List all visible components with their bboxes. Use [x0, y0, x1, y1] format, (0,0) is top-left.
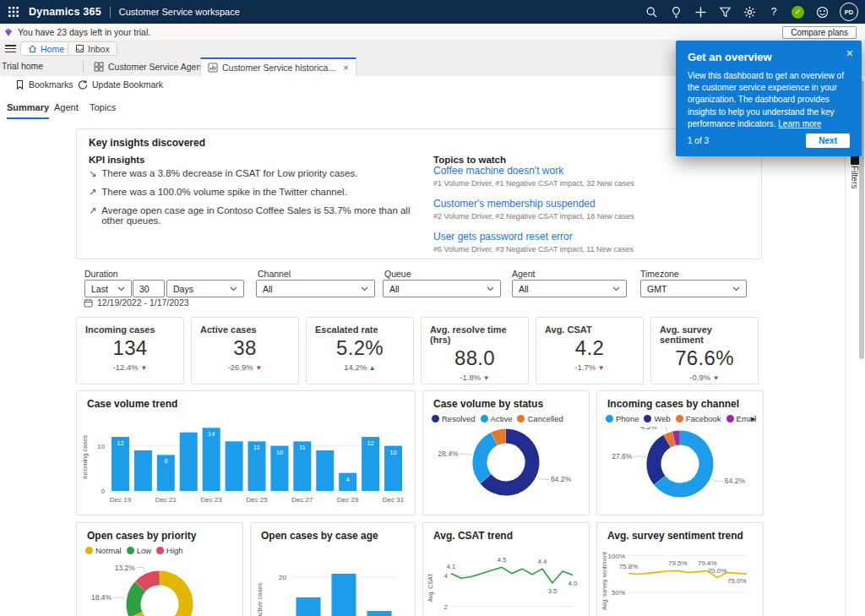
- legend-item-high[interactable]: High: [156, 546, 183, 555]
- legend-label: Normal: [95, 546, 122, 555]
- avg-survey-sentiment-trend-chart[interactable]: 50%100%Avg. survey sentiment75.8%79.5%79…: [600, 545, 760, 616]
- svg-text:100%: 100%: [608, 553, 625, 560]
- settings-gear-icon[interactable]: [743, 5, 756, 19]
- kpi-delta-value: -26.9%: [228, 363, 256, 372]
- topic-link[interactable]: Coffee machine doesn't work: [433, 165, 746, 177]
- presence-check-icon[interactable]: ✓: [792, 6, 804, 19]
- legend-item-phone[interactable]: Phone: [606, 414, 639, 423]
- legend-label: Phone: [616, 414, 639, 423]
- kpi-delta: -1.7% ▼: [536, 363, 643, 372]
- trial-message: You have 23 days left in your trial.: [18, 27, 150, 37]
- tab-historical-analytics[interactable]: Customer Service historica... ×: [200, 57, 356, 76]
- topics-to-watch-title: Topics to watch: [433, 155, 506, 165]
- bookmarks-button[interactable]: Bookmarks: [15, 79, 73, 90]
- chart-title: Incoming cases by channel: [607, 398, 739, 410]
- svg-text:Dec 27: Dec 27: [291, 496, 313, 504]
- tab-inbox[interactable]: Inbox: [68, 41, 117, 56]
- filters-pane-toggle[interactable]: Filters: [846, 166, 859, 188]
- date-range-value: 12/19/2022 - 1/17/2023: [97, 297, 189, 308]
- legend-item-facebook[interactable]: Facebook: [676, 414, 721, 423]
- dashboard-grid-icon: [94, 62, 104, 72]
- timezone-dropdown[interactable]: GMT: [640, 280, 747, 297]
- kpi-label: Active cases: [200, 324, 298, 335]
- add-icon[interactable]: [694, 5, 707, 19]
- channel-label: Channel: [258, 269, 291, 279]
- topic-link[interactable]: User gets password reset error: [433, 231, 746, 243]
- waffle-icon[interactable]: [7, 5, 20, 19]
- duration-last-dropdown[interactable]: Last: [84, 280, 132, 297]
- legend-dot: [676, 415, 683, 422]
- chart-card-case-volume-trend: Case volume trend 010Incoming cases12Dec…: [76, 390, 416, 515]
- case-volume-trend-chart[interactable]: 010Incoming cases12Dec 198Dec 2114Dec 23…: [79, 413, 413, 513]
- legend-item-low[interactable]: Low: [127, 546, 151, 555]
- svg-text:Dec 29: Dec 29: [337, 496, 359, 504]
- legend-dot: [481, 415, 488, 422]
- insight-up-icon: ↗: [89, 205, 96, 216]
- legend-item-active[interactable]: Active: [481, 414, 513, 423]
- learn-more-link[interactable]: Learn more: [778, 119, 821, 128]
- compare-plans-button[interactable]: Compare plans: [782, 26, 857, 39]
- incoming-cases-by-channel-donut[interactable]: 64.2%27.6%4.5%: [597, 427, 763, 513]
- filter-funnel-icon[interactable]: [718, 5, 732, 19]
- legend-item-normal[interactable]: Normal: [85, 546, 122, 555]
- duration-unit-dropdown[interactable]: Days: [166, 280, 244, 297]
- svg-text:18.4%: 18.4%: [91, 593, 112, 602]
- legend-dot: [432, 415, 439, 422]
- popup-next-button[interactable]: Next: [806, 134, 850, 148]
- open-cases-by-case-age-chart[interactable]: 20Active cases: [253, 545, 412, 616]
- kpi-delta: -12.4% ▼: [77, 363, 183, 372]
- svg-text:11: 11: [299, 444, 306, 451]
- topic-link[interactable]: Customer's membership suspended: [433, 198, 746, 210]
- close-tab-icon[interactable]: ×: [343, 63, 348, 73]
- update-bookmark-button[interactable]: Update Bookmark: [78, 79, 163, 90]
- chevron-down-icon: [361, 286, 368, 292]
- svg-text:Dec 23: Dec 23: [200, 496, 222, 504]
- kpi-card-avg-survey-sentiment: Avg. survey sentiment76.6%-0.9% ▼: [650, 317, 759, 384]
- queue-dropdown[interactable]: All: [383, 280, 501, 297]
- date-range-display[interactable]: 12/19/2022 - 1/17/2023: [84, 297, 189, 308]
- svg-text:28.4%: 28.4%: [438, 450, 459, 458]
- svg-text:Dec 25: Dec 25: [246, 496, 268, 504]
- kpi-insights-title: KPI insights: [89, 155, 144, 165]
- legend-item-cancelled[interactable]: Cancelled: [517, 414, 563, 423]
- legend-item-resolved[interactable]: Resolved: [432, 414, 476, 423]
- channel-dropdown[interactable]: All: [256, 280, 375, 297]
- svg-text:4.0: 4.0: [568, 580, 578, 587]
- chevron-down-icon: [732, 286, 740, 292]
- chart-card-incoming-cases-by-channel: Incoming cases by channel PhoneWebFacebo…: [596, 390, 764, 515]
- chevron-down-icon: [230, 286, 237, 292]
- help-icon[interactable]: ?: [767, 5, 781, 19]
- case-volume-by-status-donut[interactable]: 64.2%28.4%7.5%: [423, 427, 589, 513]
- avg-csat-trend-chart[interactable]: 24Avg. CSAT4.14.54.43.54.0: [426, 545, 586, 616]
- popup-close-icon[interactable]: ×: [846, 46, 853, 60]
- chart-card-avg-csat-trend: Avg. CSAT trend 24Avg. CSAT4.14.54.43.54…: [422, 522, 590, 616]
- feedback-smiley-icon[interactable]: [815, 5, 829, 19]
- pivot-topics[interactable]: Topics: [90, 102, 116, 117]
- lightbulb-icon[interactable]: [669, 5, 683, 19]
- hamburger-menu-icon[interactable]: [5, 45, 16, 52]
- pivot-agent[interactable]: Agent: [54, 102, 79, 117]
- popup-title: Get an overview: [688, 51, 850, 63]
- search-icon[interactable]: [645, 5, 658, 19]
- user-avatar[interactable]: PD: [840, 3, 858, 21]
- kpi-delta: -1.8% ▼: [422, 373, 528, 382]
- popup-footer: 1 of 3 Next: [688, 134, 850, 148]
- legend-item-web[interactable]: Web: [644, 414, 670, 423]
- kpi-value: 5.2%: [307, 336, 413, 360]
- kpi-value: 88.0: [422, 346, 528, 370]
- duration-value-input[interactable]: 30: [133, 280, 165, 297]
- kpi-value: 76.6%: [651, 346, 758, 370]
- agent-dropdown[interactable]: All: [512, 280, 627, 297]
- tab-home[interactable]: Home: [20, 41, 72, 56]
- svg-text:Active cases: Active cases: [256, 583, 264, 616]
- product-title[interactable]: Dynamics 365: [29, 6, 101, 18]
- svg-text:Dec 21: Dec 21: [155, 496, 177, 504]
- kpi-label: Incoming cases: [85, 324, 183, 335]
- pivot-summary[interactable]: Summary: [7, 102, 49, 119]
- legend-overflow-arrow-icon[interactable]: ▶: [751, 416, 755, 422]
- svg-text:79.5%: 79.5%: [668, 559, 688, 567]
- legend-dot: [156, 547, 164, 554]
- kpi-insight-item: ↗There was a 100.0% volume spike in the …: [89, 187, 418, 198]
- open-cases-by-priority-donut[interactable]: 18.4%13.2%: [77, 557, 242, 616]
- duration-label: Duration: [84, 269, 118, 279]
